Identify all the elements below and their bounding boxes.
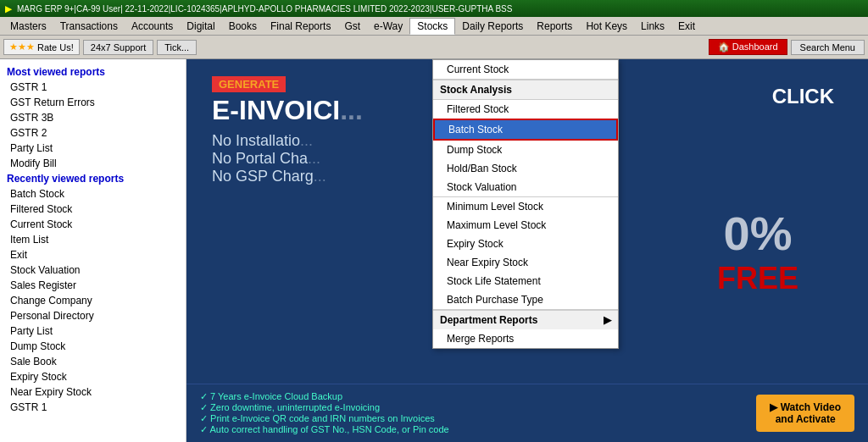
sidebar-item-gstr1-recent[interactable]: GSTR 1: [3, 400, 182, 415]
menu-gst[interactable]: Gst: [337, 19, 367, 34]
sidebar: Most viewed reports GSTR 1 GST Return Er…: [0, 59, 186, 442]
dashboard-label: Dashboard: [732, 41, 778, 52]
click-text: CLICK: [772, 85, 834, 108]
sidebar-item-gstr1[interactable]: GSTR 1: [3, 80, 182, 95]
ticker-button[interactable]: Tick...: [157, 40, 197, 55]
menu-masters[interactable]: Masters: [3, 19, 53, 34]
sidebar-item-near-expiry-stock[interactable]: Near Expiry Stock: [3, 384, 182, 400]
sidebar-item-personal-directory[interactable]: Personal Directory: [3, 308, 182, 323]
bottom-bar: ✓ 7 Years e-Invoice Cloud Backup ✓ Zero …: [186, 384, 868, 442]
menu-eway[interactable]: e-Way: [367, 19, 409, 34]
sidebar-item-item-list[interactable]: Item List: [3, 232, 182, 247]
sidebar-item-stock-valuation[interactable]: Stock Valuation: [3, 262, 182, 278]
sidebar-item-modify-bill[interactable]: Modify Bill: [3, 156, 182, 171]
recently-viewed-title: Recently viewed reports: [3, 171, 182, 186]
sidebar-item-dump-stock[interactable]: Dump Stock: [3, 339, 182, 354]
dashboard-icon: 🏠: [718, 41, 732, 52]
support-button[interactable]: 24x7 Support: [83, 40, 153, 55]
generate-label: GENERATE: [212, 76, 286, 92]
free-badge: FREE: [717, 261, 798, 296]
dropdown-stock-valuation[interactable]: Stock Valuation: [433, 178, 618, 196]
dropdown-expiry-stock[interactable]: Expiry Stock: [433, 235, 618, 253]
sidebar-item-batch-stock[interactable]: Batch Stock: [3, 186, 182, 202]
dashboard-button[interactable]: 🏠 Dashboard: [709, 39, 787, 55]
stocks-dropdown[interactable]: Current Stock Stock Analysis Filtered St…: [432, 59, 619, 349]
sidebar-item-gst-return-errors[interactable]: GST Return Errors: [3, 95, 182, 110]
menu-bar: Masters Transactions Accounts Digital Bo…: [0, 17, 868, 36]
title-text: MARG ERP 9+|CA-99 User| 22-11-2022|LIC-1…: [17, 4, 512, 14]
content-area: GENERATE E-INVOICI... No Installatio... …: [186, 59, 868, 442]
rate-label: Rate Us!: [37, 42, 74, 52]
dropdown-maximum-level-stock[interactable]: Maximum Level Stock: [433, 216, 618, 235]
stars-icon: ★★★: [9, 41, 35, 52]
menu-transactions[interactable]: Transactions: [53, 19, 125, 34]
rate-button[interactable]: ★★★ Rate Us!: [3, 39, 80, 55]
dropdown-minimum-level-stock[interactable]: Minimum Level Stock: [433, 197, 618, 216]
dropdown-hold-ban-stock[interactable]: Hold/Ban Stock: [433, 159, 618, 178]
dropdown-merge-reports[interactable]: Merge Reports: [433, 329, 618, 348]
dropdown-dump-stock[interactable]: Dump Stock: [433, 141, 618, 159]
search-menu-button[interactable]: Search Menu: [791, 40, 865, 55]
menu-final-reports[interactable]: Final Reports: [264, 19, 337, 34]
watch-video-button[interactable]: ▶ Watch Video and Activate: [756, 395, 854, 432]
dropdown-filtered-stock[interactable]: Filtered Stock: [433, 100, 618, 119]
sidebar-item-filtered-stock[interactable]: Filtered Stock: [3, 202, 182, 217]
sidebar-item-exit[interactable]: Exit: [3, 247, 182, 262]
main-area: Most viewed reports GSTR 1 GST Return Er…: [0, 59, 868, 442]
most-viewed-title: Most viewed reports: [3, 64, 182, 80]
menu-digital[interactable]: Digital: [180, 19, 221, 34]
sidebar-item-sale-book[interactable]: Sale Book: [3, 354, 182, 369]
sidebar-item-sales-register[interactable]: Sales Register: [3, 278, 182, 293]
sidebar-item-current-stock[interactable]: Current Stock: [3, 217, 182, 232]
sidebar-item-change-company[interactable]: Change Company: [3, 293, 182, 308]
menu-reports[interactable]: Reports: [530, 19, 579, 34]
sidebar-item-expiry-stock[interactable]: Expiry Stock: [3, 369, 182, 384]
dropdown-department-reports-header: Department Reports ▶: [433, 310, 618, 329]
dropdown-stock-life-statement[interactable]: Stock Life Statement: [433, 272, 618, 290]
dropdown-batch-stock[interactable]: Batch Stock: [433, 119, 618, 141]
menu-exit[interactable]: Exit: [671, 19, 702, 34]
app-logo: ▶: [5, 4, 12, 14]
title-bar: ▶ MARG ERP 9+|CA-99 User| 22-11-2022|LIC…: [0, 0, 868, 17]
dropdown-batch-purchase-type[interactable]: Batch Purchase Type: [433, 290, 618, 309]
features-list: ✓ 7 Years e-Invoice Cloud Backup ✓ Zero …: [200, 391, 449, 435]
dropdown-near-expiry-stock[interactable]: Near Expiry Stock: [433, 253, 618, 272]
dropdown-current-stock[interactable]: Current Stock: [433, 60, 618, 79]
toolbar: ★★★ Rate Us! 24x7 Support Tick... 🏠 Dash…: [0, 36, 868, 59]
arrow-right-icon: ▶: [604, 314, 611, 326]
menu-accounts[interactable]: Accounts: [125, 19, 180, 34]
menu-links[interactable]: Links: [634, 19, 671, 34]
menu-hot-keys[interactable]: Hot Keys: [579, 19, 634, 34]
sidebar-item-party-list[interactable]: Party List: [3, 323, 182, 339]
menu-stocks[interactable]: Stocks: [409, 18, 455, 35]
dropdown-stock-analysis-header: Stock Analysis: [433, 80, 618, 99]
sidebar-item-party-list-most[interactable]: Party List: [3, 141, 182, 156]
sidebar-item-gstr3b[interactable]: GSTR 3B: [3, 110, 182, 125]
menu-books[interactable]: Books: [222, 19, 264, 34]
percent-badge: 0%: [724, 206, 793, 261]
menu-daily-reports[interactable]: Daily Reports: [455, 19, 530, 34]
sidebar-item-gstr2[interactable]: GSTR 2: [3, 125, 182, 141]
